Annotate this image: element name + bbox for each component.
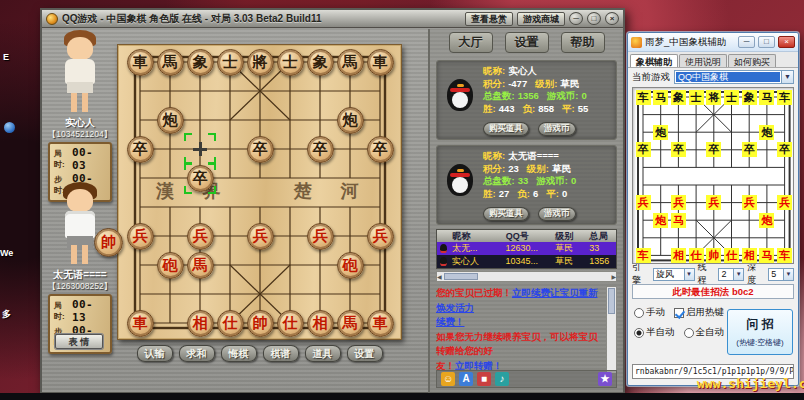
assistant-board-piece[interactable]: 卒 [777, 142, 792, 157]
assistant-board-piece[interactable]: 卒 [742, 142, 757, 157]
tab-instructions[interactable]: 使用说明 [679, 54, 727, 67]
checkbox-hotkey[interactable]: 启用热键 [674, 306, 724, 319]
assistant-board-piece[interactable]: 车 [777, 90, 792, 105]
board-piece[interactable]: 卒 [367, 136, 394, 163]
minimize-icon[interactable]: ─ [738, 36, 755, 48]
assistant-board-piece[interactable]: 卒 [706, 142, 721, 157]
assistant-board-piece[interactable]: 马 [759, 90, 774, 105]
maximize-icon[interactable]: □ [587, 12, 601, 25]
board-piece[interactable]: 炮 [157, 107, 184, 134]
board-piece[interactable]: 兵 [367, 223, 394, 250]
ask-move-button[interactable]: 问 招 (热键:空格键) [727, 309, 793, 355]
assistant-board-piece[interactable]: 将 [706, 90, 721, 105]
chevron-down-icon[interactable]: ▼ [733, 269, 743, 280]
assistant-board-piece[interactable]: 象 [742, 90, 757, 105]
assistant-board-piece[interactable]: 兵 [706, 195, 721, 210]
chevron-down-icon[interactable]: ▼ [684, 269, 694, 280]
board-piece[interactable]: 車 [127, 310, 154, 337]
radio-semi-auto[interactable]: 半自动 [634, 326, 675, 339]
font-icon[interactable]: A [459, 372, 473, 386]
board-piece[interactable]: 馬 [157, 49, 184, 76]
board-piece[interactable]: 士 [217, 49, 244, 76]
board-piece[interactable]: 帥 [247, 310, 274, 337]
assistant-board-piece[interactable]: 车 [636, 248, 651, 263]
action-button-1[interactable]: 认输 [137, 345, 173, 362]
panel-tab-1[interactable]: 大厅 [449, 32, 493, 53]
board-piece[interactable]: 兵 [127, 223, 154, 250]
table-row[interactable]: 实心人10345...草民1356 [437, 255, 616, 268]
desktop-icon-duo[interactable]: 多 [2, 308, 11, 321]
buy-props-button[interactable]: 购买道具 [483, 122, 529, 136]
scrollbar-thumb[interactable] [608, 288, 615, 314]
assistant-board-piece[interactable]: 车 [777, 248, 792, 263]
assistant-board-piece[interactable]: 相 [671, 248, 686, 263]
scroll-right-icon[interactable]: ▶ [611, 273, 616, 280]
board-piece[interactable]: 兵 [307, 223, 334, 250]
game-coin-button[interactable]: 游戏币 [538, 122, 576, 136]
board-piece[interactable]: 仕 [217, 310, 244, 337]
board-piece[interactable]: 兵 [187, 223, 214, 250]
board-piece[interactable]: 卒 [187, 165, 214, 192]
board-piece[interactable]: 車 [127, 49, 154, 76]
close-icon[interactable]: × [778, 36, 795, 48]
board-piece[interactable]: 馬 [337, 49, 364, 76]
board-piece[interactable]: 士 [277, 49, 304, 76]
assistant-board-piece[interactable]: 兵 [636, 195, 651, 210]
desktop-icon-e[interactable]: E [3, 52, 9, 62]
buy-props-button[interactable]: 购买道具 [483, 207, 529, 221]
assistant-board-piece[interactable]: 士 [724, 90, 739, 105]
board-piece[interactable]: 兵 [247, 223, 274, 250]
assistant-board-piece[interactable]: 炮 [759, 125, 774, 140]
assistant-board-piece[interactable]: 士 [689, 90, 704, 105]
board-piece[interactable]: 仕 [277, 310, 304, 337]
threads-select[interactable]: 2 ▼ [718, 268, 744, 281]
radio-full-auto[interactable]: 全自动 [684, 326, 725, 339]
assistant-board-piece[interactable]: 兵 [742, 195, 757, 210]
horizontal-scrollbar[interactable]: ◀ ▶ [436, 271, 617, 282]
radio-manual[interactable]: 手动 [634, 306, 665, 319]
minimize-icon[interactable]: ─ [569, 12, 583, 25]
assistant-board-piece[interactable]: 仕 [689, 248, 704, 263]
assistant-board-piece[interactable]: 兵 [777, 195, 792, 210]
panel-tab-2[interactable]: 设置 [505, 32, 549, 53]
assistant-board-piece[interactable]: 卒 [671, 142, 686, 157]
assistant-board-piece[interactable]: 相 [742, 248, 757, 263]
assistant-board-piece[interactable]: 象 [671, 90, 686, 105]
panel-tab-3[interactable]: 帮助 [561, 32, 605, 53]
board-piece[interactable]: 卒 [307, 136, 334, 163]
chat-link[interactable]: 续费！ [436, 316, 465, 327]
action-button-3[interactable]: 悔棋 [221, 345, 257, 362]
desktop-icon-blue[interactable] [4, 122, 15, 133]
assistant-board-piece[interactable]: 帅 [706, 248, 721, 263]
action-button-4[interactable]: 棋谱 [263, 345, 299, 362]
vertical-scrollbar[interactable] [606, 286, 617, 374]
board-piece[interactable]: 相 [187, 310, 214, 337]
assistant-board-piece[interactable]: 炮 [653, 125, 668, 140]
emotion-button[interactable]: 表 情 [55, 334, 103, 349]
assistant-board-piece[interactable]: 卒 [636, 142, 651, 157]
view-reward-button[interactable]: 查看悬赏 [465, 12, 513, 26]
chevron-down-icon[interactable]: ▼ [781, 71, 793, 83]
scroll-left-icon[interactable]: ◀ [437, 273, 442, 280]
assistant-board-piece[interactable]: 炮 [653, 213, 668, 228]
assistant-board-piece[interactable]: 炮 [759, 213, 774, 228]
board-piece[interactable]: 砲 [157, 252, 184, 279]
chat-link[interactable]: 立即转赠！ [455, 360, 503, 371]
table-row[interactable]: 太无...12630...草民33 [437, 242, 616, 255]
close-icon[interactable]: × [605, 12, 619, 25]
board-piece[interactable]: 相 [307, 310, 334, 337]
gift-icon[interactable]: ★ [598, 372, 612, 386]
action-button-6[interactable]: 设置 [347, 345, 383, 362]
board-piece[interactable]: 馬 [187, 252, 214, 279]
board-piece[interactable]: 砲 [337, 252, 364, 279]
chevron-down-icon[interactable]: ▼ [783, 269, 793, 280]
engine-select[interactable]: 旋风 ▼ [653, 268, 695, 281]
assistant-board-piece[interactable]: 兵 [671, 195, 686, 210]
xiangqi-board[interactable]: 漢 界 楚 河 車馬象士將士象馬車炮炮卒卒卒卒卒兵兵兵兵兵砲馬砲車相仕帥仕相馬車 [117, 44, 402, 340]
tab-chess-assist[interactable]: 象棋辅助 [630, 54, 678, 67]
action-button-2[interactable]: 求和 [179, 345, 215, 362]
emoticon-icon[interactable]: ☺ [441, 372, 455, 386]
board-piece[interactable]: 車 [367, 49, 394, 76]
assistant-board-piece[interactable]: 马 [653, 90, 668, 105]
depth-select[interactable]: 5 ▼ [768, 268, 794, 281]
